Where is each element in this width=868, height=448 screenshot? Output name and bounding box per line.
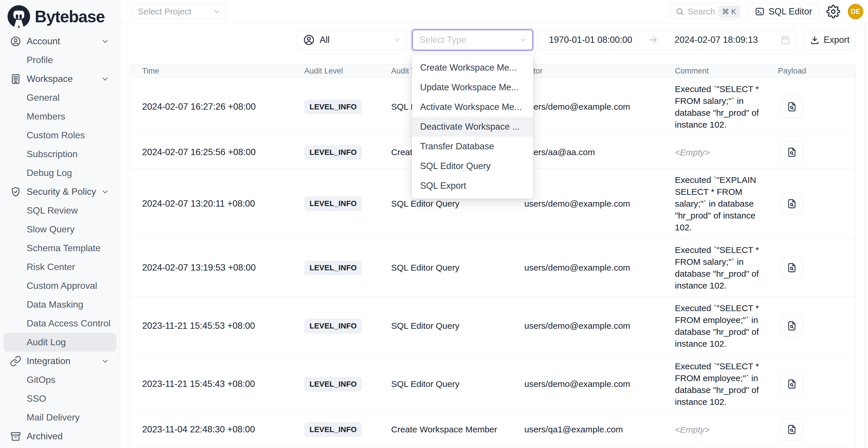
sidebar-section-account[interactable]: Account bbox=[3, 32, 116, 51]
type-menu-item[interactable]: SQL Editor Query bbox=[412, 156, 533, 176]
sidebar-section-security-policy[interactable]: Security & Policy bbox=[3, 182, 116, 201]
sidebar-section-workspace[interactable]: Workspace bbox=[3, 69, 116, 88]
payload-view-button[interactable] bbox=[781, 193, 803, 215]
export-button[interactable]: Export bbox=[804, 30, 856, 50]
avatar[interactable]: DE bbox=[848, 4, 863, 20]
chevron-down-icon bbox=[101, 37, 110, 46]
settings-gear-icon[interactable] bbox=[826, 5, 840, 19]
sidebar-item-general[interactable]: General bbox=[3, 88, 116, 107]
search-shortcut-badge: ⌘ K bbox=[719, 5, 740, 18]
type-menu-item[interactable]: Update Workspace Me... bbox=[412, 77, 533, 97]
cell-time: 2024-02-07 13:20:11 +08:00 bbox=[142, 198, 304, 209]
cell-time: 2024-02-07 13:19:53 +08:00 bbox=[142, 262, 304, 273]
chevron-down-icon bbox=[101, 75, 110, 83]
file-search-icon bbox=[786, 147, 797, 158]
link-icon bbox=[10, 355, 22, 367]
shield-check-icon bbox=[10, 186, 22, 198]
payload-view-button[interactable] bbox=[781, 141, 803, 163]
table-row: 2024-02-07 13:19:53 +08:00 LEVEL_INFO SQ… bbox=[130, 239, 855, 297]
sql-editor-button[interactable]: SQL Editor bbox=[748, 3, 819, 20]
audit-level-badge: LEVEL_INFO bbox=[304, 260, 362, 275]
sidebar-item-audit-log[interactable]: Audit Log bbox=[3, 333, 116, 352]
column-header-actor: Actor bbox=[524, 67, 675, 75]
sidebar-item-members[interactable]: Members bbox=[3, 107, 116, 126]
cell-comment: Executed `"SELECT * FROM salary;"` in da… bbox=[675, 244, 778, 291]
table-row: 2023-11-21 15:45:53 +08:00 LEVEL_INFO SQ… bbox=[130, 297, 855, 355]
bytebase-logo-icon bbox=[7, 5, 30, 28]
sidebar-item-risk-center[interactable]: Risk Center bbox=[3, 258, 116, 277]
member-filter-select[interactable]: All bbox=[297, 30, 407, 50]
chevron-down-icon bbox=[393, 36, 401, 44]
file-search-icon bbox=[786, 424, 797, 435]
cell-comment: Executed `"SELECT * FROM salary;"` in da… bbox=[675, 83, 778, 130]
terminal-icon bbox=[755, 7, 765, 17]
sidebar-item-mail-delivery[interactable]: Mail Delivery bbox=[3, 408, 116, 427]
file-search-icon bbox=[786, 262, 797, 273]
cell-comment: <Empty> bbox=[675, 147, 778, 158]
cell-actor: users/demo@example.com bbox=[524, 199, 675, 209]
type-menu-item[interactable]: Activate Workspace Me... bbox=[412, 97, 533, 117]
sidebar-section-archived[interactable]: Archived bbox=[3, 427, 116, 446]
sidebar-item-custom-roles[interactable]: Custom Roles bbox=[3, 126, 116, 145]
cell-actor: users/aa@aa.com bbox=[524, 147, 675, 157]
sidebar-item-data-access-control[interactable]: Data Access Control bbox=[3, 314, 116, 333]
cell-actor: users/demo@example.com bbox=[524, 379, 675, 389]
payload-view-button[interactable] bbox=[781, 315, 803, 337]
file-search-icon bbox=[786, 101, 797, 112]
sidebar-menu: Account Profile Workspace General Member… bbox=[0, 29, 120, 446]
cell-actor: users/qa1@example.com bbox=[524, 424, 675, 435]
audit-level-badge: LEVEL_INFO bbox=[304, 422, 362, 437]
payload-view-button[interactable] bbox=[781, 418, 803, 441]
date-to[interactable]: 2024-02-07 18:09:13 bbox=[675, 35, 758, 45]
cell-audit-type: SQL Editor Query bbox=[391, 321, 524, 331]
sidebar-section-integration[interactable]: Integration bbox=[3, 352, 116, 371]
date-range-picker[interactable]: 1970-01-01 08:00:00 2024-02-07 18:09:13 bbox=[537, 30, 797, 50]
type-menu-item[interactable]: Create Workspace Me... bbox=[412, 58, 533, 77]
table-row: 2023-11-21 15:45:43 +08:00 LEVEL_INFO SQ… bbox=[130, 355, 855, 413]
archive-icon bbox=[10, 430, 22, 442]
sidebar-item-sql-review[interactable]: SQL Review bbox=[3, 201, 116, 220]
sidebar-item-gitops[interactable]: GitOps bbox=[3, 371, 116, 389]
type-menu-item-highlighted[interactable]: Deactivate Workspace ... bbox=[412, 117, 533, 137]
sidebar-item-profile[interactable]: Profile bbox=[3, 51, 116, 69]
file-search-icon bbox=[786, 198, 797, 209]
audit-level-badge: LEVEL_INFO bbox=[304, 196, 362, 211]
download-icon bbox=[810, 35, 820, 45]
sidebar-item-schema-template[interactable]: Schema Template bbox=[3, 239, 116, 258]
type-menu-item[interactable]: SQL Export bbox=[412, 176, 533, 196]
cell-comment: Executed `"SELECT * FROM employee;"` in … bbox=[675, 302, 778, 350]
payload-view-button[interactable] bbox=[781, 96, 803, 118]
payload-view-button[interactable] bbox=[781, 373, 803, 395]
cell-audit-type: Create Workspace Member bbox=[391, 424, 524, 435]
type-filter-select[interactable]: Select Type bbox=[412, 30, 533, 50]
scrollbar[interactable] bbox=[865, 23, 868, 448]
brand-logo[interactable]: Bytebase bbox=[0, 0, 120, 29]
cell-time: 2023-11-04 22:48:30 +08:00 bbox=[142, 424, 304, 435]
project-select[interactable]: Select Project bbox=[131, 4, 226, 19]
cell-actor: users/demo@example.com bbox=[524, 263, 675, 273]
sidebar-item-custom-approval[interactable]: Custom Approval bbox=[3, 277, 116, 295]
sidebar-item-debug-log[interactable]: Debug Log bbox=[3, 163, 116, 182]
search-icon bbox=[676, 7, 684, 16]
cell-time: 2023-11-21 15:45:43 +08:00 bbox=[142, 379, 304, 389]
sidebar-item-slow-query[interactable]: Slow Query bbox=[3, 220, 116, 239]
sidebar-item-sso[interactable]: SSO bbox=[3, 389, 116, 408]
sidebar-item-subscription[interactable]: Subscription bbox=[3, 145, 116, 163]
file-search-icon bbox=[786, 379, 797, 389]
date-from[interactable]: 1970-01-01 08:00:00 bbox=[549, 35, 632, 45]
type-menu-item[interactable]: Transfer Database bbox=[412, 137, 533, 156]
table-row: 2023-11-04 22:48:30 +08:00 LEVEL_INFO Cr… bbox=[130, 413, 855, 446]
chevron-down-icon bbox=[519, 36, 527, 44]
table-row: 2023-11-04 21:26:24 +08:00 LEVEL_INFO SQ… bbox=[130, 446, 855, 448]
cell-actor: users/demo@example.com bbox=[524, 102, 675, 112]
calendar-icon bbox=[780, 35, 790, 45]
sidebar-item-data-masking[interactable]: Data Masking bbox=[3, 295, 116, 314]
audit-level-badge: LEVEL_INFO bbox=[304, 377, 362, 391]
payload-view-button[interactable] bbox=[781, 257, 803, 279]
cell-time: 2024-02-07 16:25:56 +08:00 bbox=[142, 147, 304, 157]
audit-level-badge: LEVEL_INFO bbox=[304, 100, 362, 114]
cell-time: 2023-11-21 15:45:53 +08:00 bbox=[142, 321, 304, 331]
search-input[interactable]: Search ⌘ K bbox=[671, 3, 741, 20]
cell-comment: Executed `"SELECT * FROM employee;"` in … bbox=[675, 360, 778, 408]
audit-level-badge: LEVEL_INFO bbox=[304, 319, 362, 333]
